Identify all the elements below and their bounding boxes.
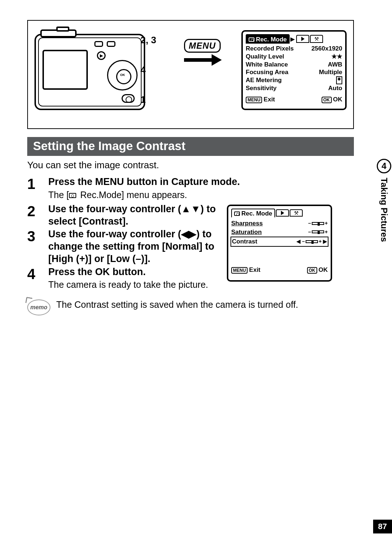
diagram-frame: OK 2, 3 4 1 MENU Rec. Mode ▶ Recorded Pi… [27, 20, 354, 129]
menu-pill-icon: MENU [246, 97, 262, 103]
slider-icon: –+ [308, 229, 328, 236]
setup-tab-icon [290, 209, 303, 217]
camera-icon [69, 193, 76, 198]
slider-icon: –+ [308, 220, 328, 227]
step-heading: Use the four-way controller (▲▼) to sele… [48, 203, 230, 228]
row-label-selected: Contrast [232, 237, 257, 246]
section-heading: Setting the Image Contrast [27, 137, 354, 156]
row-value: ★★ [331, 53, 342, 61]
playback-tab-icon [276, 209, 289, 217]
lcd-title: Rec. Mode [256, 36, 287, 43]
step-heading: Use the four-way controller (◀▶) to chan… [48, 228, 230, 265]
row-label: Saturation [231, 228, 262, 237]
playback-tab-icon [296, 35, 309, 43]
lcd-rec-mode-main: Rec. Mode ▶ Recorded Pixels2560x1920 Qua… [241, 30, 347, 110]
step-number: 3 [27, 228, 40, 265]
intro-text: You can set the image contrast. [27, 160, 354, 171]
slider-icon: ◀ –+ ▶ [297, 238, 327, 245]
footer-exit: Exit [249, 266, 260, 273]
step-heading: Press the MENU button in Capture mode. [48, 176, 325, 188]
row-label: Recorded Pixels [246, 45, 294, 53]
step-subtext: The [ Rec.Mode] menu appears. [48, 190, 325, 200]
row-label: White Balance [246, 61, 288, 69]
callout-2-3: 2, 3 [140, 35, 156, 45]
menu-pill-icon: MENU [231, 267, 248, 274]
callout-4: 4 [140, 65, 156, 74]
camera-illustration: OK [34, 34, 145, 110]
lcd-rec-mode-contrast: Rec. Mode Sharpness –+ Saturation –+ Con… [227, 205, 332, 282]
chapter-number: 4 [377, 159, 391, 173]
lcd-title: Rec. Mode [241, 210, 272, 217]
callout-1: 1 [140, 95, 156, 104]
row-value: 2560x1920 [311, 45, 342, 53]
ok-pill-icon: OK [322, 97, 332, 103]
step-number: 2 [27, 203, 40, 228]
row-label: Sharpness [231, 219, 263, 228]
side-tab: 4 Taking Pictures [377, 159, 392, 279]
row-label: Sensitivity [246, 84, 277, 92]
row-label: AE Metering [246, 76, 282, 84]
setup-tab-icon [310, 35, 323, 43]
memo-text: The Contrast setting is saved when the c… [56, 299, 354, 310]
row-value: Multiple [319, 68, 342, 76]
page-number: 87 [373, 520, 392, 533]
row-value: Auto [328, 84, 342, 92]
step-number: 4 [27, 266, 40, 293]
row-value: AWB [328, 61, 342, 69]
row-label: Quality Level [246, 53, 284, 61]
diagram-callouts: 2, 3 4 1 [140, 35, 156, 104]
footer-ok: OK [319, 266, 328, 273]
camera-icon [249, 37, 254, 42]
metering-icon [336, 76, 342, 84]
menu-button-label: MENU [184, 39, 221, 53]
ok-pill-icon: OK [307, 267, 317, 274]
memo-icon: memo [27, 299, 50, 315]
footer-ok: OK [333, 96, 343, 103]
chapter-title: Taking Pictures [379, 178, 389, 242]
step-number: 1 [27, 176, 40, 202]
row-label: Focusing Area [246, 68, 288, 76]
arrow-icon [184, 56, 224, 64]
footer-exit: Exit [264, 96, 275, 103]
camera-icon [234, 211, 240, 216]
